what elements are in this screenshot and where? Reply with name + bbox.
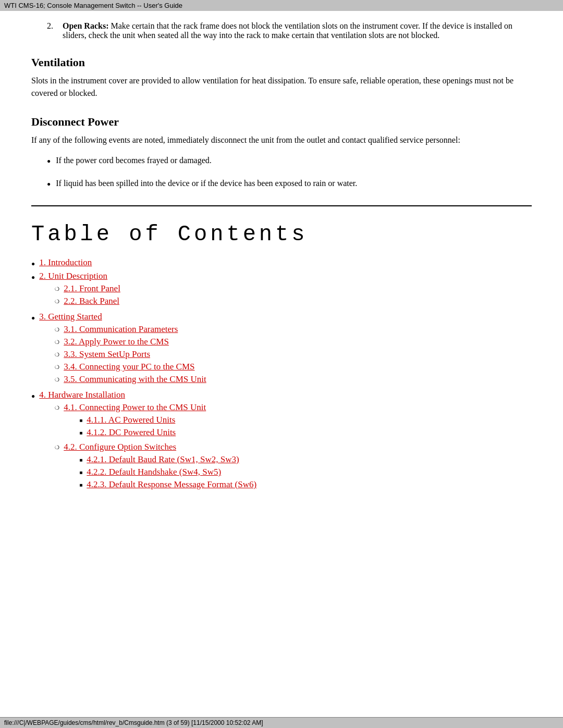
toc-item-3: ● 3. Getting Started ❍ 3.1. Communicatio…: [31, 312, 532, 387]
toc-sub-bullet-22: ❍: [55, 299, 59, 304]
item-text: Open Racks: Make certain that the rack f…: [63, 21, 532, 40]
toc-subsub-list-42: ■ 4.2.1. Default Baud Rate (Sw1, Sw2, Sw…: [64, 454, 256, 490]
bullet-2-text: If liquid has been spilled into the devi…: [56, 177, 357, 190]
disconnect-power-heading: Disconnect Power: [31, 115, 532, 129]
bullet-1-text: If the power cord becomes frayed or dama…: [56, 154, 212, 167]
toc-link-msg-format[interactable]: 4.2.3. Default Response Message Format (…: [87, 479, 256, 490]
bullet-item-2: If liquid has been spilled into the devi…: [47, 177, 532, 190]
toc-subsub-list-41: ■ 4.1.1. AC Powered Units ■ 4.1.2. DC Po…: [64, 415, 206, 438]
toc-subsub-bullet-423: ■: [79, 482, 82, 488]
title-bar-text: WTI CMS-16; Console Management Switch --…: [4, 2, 182, 9]
toc-link-handshake[interactable]: 4.2.2. Default Handshake (Sw4, Sw5): [87, 467, 221, 477]
toc-list: ● 1. Introduction ● 2. Unit Description …: [31, 257, 532, 494]
toc-bullet-3: ●: [31, 314, 35, 322]
status-bar-text: file:///C|/WEBPAGE/guides/cms/html/rev_b…: [4, 719, 263, 726]
toc-sub-bullet-21: ❍: [55, 286, 59, 292]
ventilation-text: Slots in the instrument cover are provid…: [31, 75, 532, 100]
toc-sub-list-2: ❍ 2.1. Front Panel ❍ 2.2. Back Panel: [39, 283, 120, 306]
toc-sub-list-3: ❍ 3.1. Communication Parameters ❍ 3.2. A…: [39, 324, 206, 385]
toc-item-4-content: 4. Hardware Installation ❍ 4.1. Connecti…: [39, 390, 256, 494]
toc-sub-item-32: ❍ 3.2. Apply Power to the CMS: [55, 337, 206, 347]
toc-sub-item-41-content: 4.1. Connecting Power to the CMS Unit ■ …: [64, 402, 206, 440]
toc-link-unit-description[interactable]: 2. Unit Description: [39, 271, 107, 281]
toc-item-4: ● 4. Hardware Installation ❍ 4.1. Connec…: [31, 390, 532, 494]
toc-bullet-2: ●: [31, 274, 35, 281]
toc-subsub-bullet-411: ■: [79, 417, 82, 423]
item-number: 2.: [47, 21, 63, 40]
toc-link-apply-power[interactable]: 3.2. Apply Power to the CMS: [64, 337, 169, 347]
disconnect-power-bullets: If the power cord becomes frayed or dama…: [31, 154, 532, 190]
toc-subsub-item-421: ■ 4.2.1. Default Baud Rate (Sw1, Sw2, Sw…: [79, 454, 256, 465]
toc-sub-bullet-34: ❍: [55, 364, 59, 370]
toc-sub-item-42-content: 4.2. Configure Option Switches ■ 4.2.1. …: [64, 442, 256, 492]
section-divider: [31, 205, 532, 206]
toc-item-2-content: 2. Unit Description ❍ 2.1. Front Panel ❍…: [39, 271, 120, 309]
toc-bullet-4: ●: [31, 392, 35, 400]
toc-sub-bullet-35: ❍: [55, 377, 59, 382]
toc-link-getting-started[interactable]: 3. Getting Started: [39, 312, 102, 322]
toc-subsub-bullet-422: ■: [79, 470, 82, 475]
toc-link-configure-switches[interactable]: 4.2. Configure Option Switches: [64, 442, 176, 452]
toc-sub-bullet-33: ❍: [55, 352, 59, 357]
toc-sub-bullet-41: ❍: [55, 405, 59, 411]
bullet-item-1: If the power cord becomes frayed or dama…: [47, 154, 532, 167]
ventilation-heading: Ventilation: [31, 56, 532, 69]
toc-sub-list-4: ❍ 4.1. Connecting Power to the CMS Unit …: [39, 402, 256, 492]
toc-link-connect-pc[interactable]: 3.4. Connecting your PC to the CMS: [64, 362, 194, 372]
toc-sub-item-33: ❍ 3.3. System SetUp Ports: [55, 349, 206, 360]
toc-subsub-item-422: ■ 4.2.2. Default Handshake (Sw4, Sw5): [79, 467, 256, 477]
toc-link-communicating[interactable]: 3.5. Communicating with the CMS Unit: [64, 374, 206, 385]
main-content: 2. Open Racks: Make certain that the rac…: [0, 11, 563, 508]
disconnect-power-text: If any of the following events are noted…: [31, 134, 532, 146]
toc-subsub-item-412: ■ 4.1.2. DC Powered Units: [79, 427, 206, 438]
toc-link-ac-powered[interactable]: 4.1.1. AC Powered Units: [87, 415, 175, 425]
toc-sub-item-41: ❍ 4.1. Connecting Power to the CMS Unit …: [55, 402, 256, 440]
toc-sub-bullet-32: ❍: [55, 339, 59, 345]
toc-link-setup-ports[interactable]: 3.3. System SetUp Ports: [64, 349, 150, 360]
toc-item-3-content: 3. Getting Started ❍ 3.1. Communication …: [39, 312, 206, 387]
toc-item-2: ● 2. Unit Description ❍ 2.1. Front Panel…: [31, 271, 532, 309]
toc-sub-item-21: ❍ 2.1. Front Panel: [55, 283, 120, 294]
toc-sub-bullet-31: ❍: [55, 327, 59, 332]
toc-subsub-item-423: ■ 4.2.3. Default Response Message Format…: [79, 479, 256, 490]
open-racks-text: Make certain that the rack frame does no…: [63, 21, 512, 40]
toc-item-1: ● 1. Introduction: [31, 257, 532, 268]
toc-subsub-item-411: ■ 4.1.1. AC Powered Units: [79, 415, 206, 425]
toc-link-connect-power[interactable]: 4.1. Connecting Power to the CMS Unit: [64, 402, 206, 412]
toc-link-dc-powered[interactable]: 4.1.2. DC Powered Units: [87, 427, 176, 438]
toc-sub-item-42: ❍ 4.2. Configure Option Switches ■ 4.2.1…: [55, 442, 256, 492]
status-bar: file:///C|/WEBPAGE/guides/cms/html/rev_b…: [0, 717, 563, 728]
toc-link-back-panel[interactable]: 2.2. Back Panel: [64, 296, 119, 306]
toc-link-introduction[interactable]: 1. Introduction: [39, 257, 92, 268]
toc-sub-item-34: ❍ 3.4. Connecting your PC to the CMS: [55, 362, 206, 372]
toc-sub-bullet-42: ❍: [55, 445, 59, 450]
toc-link-hardware-installation[interactable]: 4. Hardware Installation: [39, 390, 125, 400]
toc-bullet-1: ●: [31, 260, 35, 268]
open-racks-bold: Open Racks:: [63, 21, 108, 30]
toc-link-comm-params[interactable]: 3.1. Communication Parameters: [64, 324, 178, 335]
toc-sub-item-22: ❍ 2.2. Back Panel: [55, 296, 120, 306]
toc-title: Table of Contents: [31, 222, 532, 247]
toc-subsub-bullet-421: ■: [79, 457, 82, 463]
title-bar: WTI CMS-16; Console Management Switch --…: [0, 0, 563, 11]
toc-sub-item-31: ❍ 3.1. Communication Parameters: [55, 324, 206, 335]
toc-link-baud-rate[interactable]: 4.2.1. Default Baud Rate (Sw1, Sw2, Sw3): [87, 454, 239, 465]
numbered-item-2: 2. Open Racks: Make certain that the rac…: [31, 21, 532, 40]
toc-sub-item-35: ❍ 3.5. Communicating with the CMS Unit: [55, 374, 206, 385]
toc-link-front-panel[interactable]: 2.1. Front Panel: [64, 283, 120, 294]
toc-subsub-bullet-412: ■: [79, 430, 82, 436]
